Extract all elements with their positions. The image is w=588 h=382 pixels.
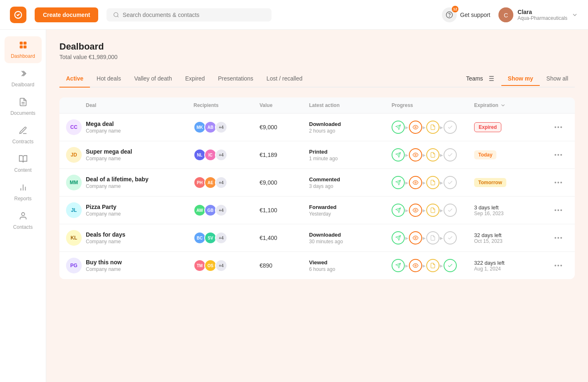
tab-active[interactable]: Active	[59, 70, 90, 88]
progress-sent	[392, 148, 405, 161]
deal-value: €1,189	[260, 152, 309, 158]
deal-avatar-cc: CC	[66, 119, 86, 135]
tab-hot-deals[interactable]: Hot deals	[90, 70, 128, 88]
sidebar-item-dealboard[interactable]: Dealboard	[5, 65, 42, 92]
recipients: NL IC +4	[194, 149, 260, 161]
more-actions-button[interactable]	[548, 154, 568, 156]
latest-action: Downloaded 2 hours ago	[309, 121, 392, 134]
deal-value: €890	[260, 262, 309, 269]
recipient-more: +4	[215, 176, 227, 189]
progress-viewed	[409, 259, 422, 272]
more-actions-button[interactable]	[548, 209, 568, 211]
table-row: JD Super mega deal Company name NL IC +4…	[59, 141, 575, 169]
deal-info: Mega deal Company name	[86, 121, 194, 134]
progress-icons: ▶ ▶ ▶	[392, 204, 474, 217]
deal-avatar-jd: JD	[66, 147, 86, 163]
progress-signed	[444, 204, 457, 217]
progress-viewed	[409, 231, 422, 244]
avatar	[498, 7, 513, 22]
table-row: CC Mega deal Company name MK AB +4 €9,00…	[59, 114, 575, 141]
sidebar-item-dashboard[interactable]: Dashboard	[5, 36, 42, 63]
progress-sent	[392, 121, 405, 134]
contacts-icon	[19, 211, 28, 223]
sidebar-item-documents[interactable]: Documents	[5, 93, 42, 120]
th-progress: Progress	[392, 102, 474, 108]
teams-filter[interactable]: Teams	[466, 74, 494, 83]
recipients: MK AB +4	[194, 121, 260, 133]
tab-valley[interactable]: Valley of death	[128, 70, 179, 88]
content-icon	[19, 154, 28, 166]
topnav: Create document 12 Get support Clara Aqu…	[0, 0, 588, 30]
progress-signed	[444, 121, 457, 134]
recipients: TM OS +4	[194, 259, 260, 272]
more-actions-button[interactable]	[548, 126, 568, 128]
progress-signed	[444, 231, 457, 244]
th-latest-action: Latest action	[309, 102, 392, 108]
progress-icons: ▶ ▶ ▶	[392, 259, 474, 272]
sidebar-item-contracts[interactable]: Contracts	[5, 122, 42, 149]
tab-lost[interactable]: Lost / recalled	[260, 70, 309, 88]
progress-reviewed	[426, 259, 439, 272]
logo-icon	[10, 7, 26, 23]
recipient-more: +4	[215, 149, 227, 161]
more-actions-button[interactable]	[548, 265, 568, 266]
user-company: Aqua-Pharmaceuticals	[517, 15, 567, 21]
tab-presentations[interactable]: Presentations	[211, 70, 260, 88]
expiration: 3 days left Sep 16, 2023	[474, 204, 548, 216]
show-my-button[interactable]: Show my	[501, 72, 540, 86]
deal-info: Deals for days Company name	[86, 231, 194, 244]
deal-info: Pizza Party Company name	[86, 204, 194, 217]
th-recipients: Recipients	[194, 102, 260, 108]
notification-badge: 12	[452, 6, 458, 12]
deal-value: €1,400	[260, 235, 309, 241]
sidebar-item-content[interactable]: Content	[5, 150, 42, 177]
recipients: AW GB +4	[194, 204, 260, 216]
more-actions-button[interactable]	[548, 237, 568, 239]
more-actions-button[interactable]	[548, 182, 568, 183]
support-label: Get support	[460, 12, 490, 18]
svg-point-2	[449, 16, 450, 17]
sidebar-item-label: Dashboard	[11, 53, 35, 59]
user-menu[interactable]: Clara Aqua-Pharmaceuticals	[498, 7, 578, 22]
page-subtitle: Total value €1,989,000	[59, 54, 575, 60]
progress-viewed	[409, 148, 422, 161]
deal-avatar-mm: MM	[66, 175, 86, 190]
th-expiration: Expiration	[474, 102, 548, 108]
expiration: Today	[474, 150, 548, 159]
recipient-more: +4	[215, 232, 227, 244]
svg-point-33	[415, 237, 416, 239]
progress-icons: ▶ ▶ ▶	[392, 231, 474, 244]
sidebar-item-reports[interactable]: Reports	[5, 179, 42, 206]
progress-viewed	[409, 176, 422, 189]
deal-avatar-kl: KL	[66, 230, 86, 246]
latest-action: Printed 1 minute ago	[309, 149, 392, 161]
svg-point-30	[415, 209, 416, 211]
tabs-row: Active Hot deals Valley of death Expired…	[59, 70, 575, 88]
deal-value: €9,000	[260, 179, 309, 186]
table-row: MM Deal of a lifetime, baby Company name…	[59, 169, 575, 197]
page-title: Dealboard	[59, 41, 575, 52]
sidebar-item-label: Contacts	[13, 224, 33, 230]
create-document-button[interactable]: Create document	[35, 7, 98, 22]
filter-icon	[486, 74, 495, 83]
table-header: Deal Recipients Value Latest action Prog…	[59, 97, 575, 114]
sidebar-item-contacts[interactable]: Contacts	[5, 207, 42, 234]
progress-signed	[444, 259, 457, 272]
progress-reviewed	[426, 231, 439, 244]
support-button[interactable]: 12 Get support	[442, 7, 490, 22]
recipient-more: +4	[215, 121, 227, 133]
documents-icon	[19, 97, 28, 109]
progress-viewed	[409, 204, 422, 217]
svg-point-27	[415, 182, 416, 183]
search-input[interactable]	[123, 12, 265, 18]
latest-action: Downloaded 30 minutes ago	[309, 232, 392, 244]
svg-rect-6	[23, 45, 26, 48]
svg-point-21	[415, 126, 416, 128]
deal-value: €9,000	[260, 124, 309, 130]
svg-rect-5	[19, 45, 22, 48]
show-all-button[interactable]: Show all	[540, 72, 575, 85]
th-value: Value	[260, 102, 309, 108]
tab-expired[interactable]: Expired	[179, 70, 211, 88]
dealboard-icon	[19, 69, 28, 80]
recipients: BC SV +4	[194, 232, 260, 244]
